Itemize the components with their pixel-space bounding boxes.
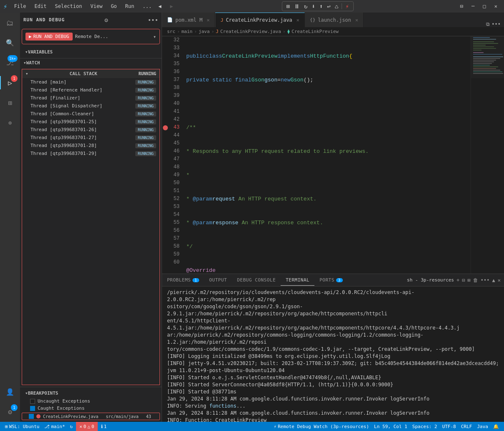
- panel-tab-debug-console[interactable]: DEBUG CONSOLE: [232, 275, 281, 285]
- breadcrumb-main[interactable]: main: [182, 29, 193, 34]
- call-stack-item[interactable]: Thread [qtp399683701-26] RUNNING: [22, 126, 160, 134]
- configure-debug-icon[interactable]: ⚙: [104, 17, 108, 23]
- terminal-layout-icon[interactable]: ⊞: [468, 277, 471, 283]
- call-stack-item[interactable]: Thread [qtp399683701-27] RUNNING: [22, 134, 160, 142]
- breadcrumb-file[interactable]: CreateLinkPreview.java: [220, 29, 281, 34]
- file-menu[interactable]: File: [11, 3, 30, 10]
- file-breakpoint-item[interactable]: CreateLinkPreview.java src/main/java 43: [22, 413, 160, 420]
- pom-xml-close-icon[interactable]: ✕: [207, 17, 210, 23]
- debug-pause-icon[interactable]: ⏸: [292, 3, 301, 10]
- panel-tab-output[interactable]: OUTPUT: [204, 275, 232, 285]
- panel-tab-ports[interactable]: PORTS3: [314, 275, 348, 285]
- go-menu[interactable]: Go: [107, 3, 120, 10]
- call-stack-item[interactable]: Thread [Common-Cleaner] RUNNING: [22, 110, 160, 118]
- activity-explorer-icon[interactable]: 🗂: [0, 13, 20, 33]
- call-stack-item[interactable]: Thread [qtp399683701-25] RUNNING: [22, 118, 160, 126]
- call-stack-item[interactable]: Thread [Signal Dispatcher] RUNNING: [22, 102, 160, 110]
- tab-pom-xml[interactable]: 📄 pom.xml M ✕: [162, 13, 215, 27]
- more-terminal-actions-icon[interactable]: •••: [481, 277, 490, 283]
- breadcrumb-src[interactable]: src: [167, 29, 175, 34]
- activity-extensions-icon[interactable]: ⊞: [0, 93, 20, 113]
- code-content[interactable]: public class CreateLinkPreview implement…: [183, 36, 471, 274]
- status-language[interactable]: Java: [476, 424, 490, 429]
- status-bar: ⊞ WSL: Ubuntu ⎇ main* ↻ ✕ 0 △ 0 ℹ 1 ⚡ Re…: [0, 422, 504, 431]
- code-editor[interactable]: 32 33 34 35 36 37 38 39 40 41 42 43 44 4…: [162, 36, 504, 274]
- status-remote[interactable]: ⚡ Remote Debug Watch (3p-resources): [272, 424, 371, 429]
- close-icon[interactable]: ✕: [491, 3, 501, 9]
- selection-menu[interactable]: Selection: [51, 3, 85, 10]
- nav-forward-icon[interactable]: ▶: [170, 3, 178, 9]
- variables-header[interactable]: ▾ VARIABLES: [22, 48, 160, 56]
- tab-create-link-preview[interactable]: J CreateLinkPreview.java ✕: [215, 13, 305, 27]
- activity-remote-icon[interactable]: ⊕: [0, 113, 20, 133]
- layout-icon[interactable]: ⊟: [457, 3, 466, 9]
- java-file-close-icon[interactable]: ✕: [296, 17, 299, 23]
- debug-toolbar: ⊞ ⏸ ↻ ⬇ ⬆ ↩ ♺ ⚡: [282, 1, 354, 11]
- caught-exceptions-item[interactable]: Caught Exceptions: [22, 405, 160, 412]
- status-spaces[interactable]: Spaces: 2: [410, 424, 439, 429]
- uncaught-exceptions-item[interactable]: Uncaught Exceptions: [22, 398, 160, 405]
- more-debug-actions-icon[interactable]: •••: [148, 17, 158, 23]
- panel-tab-terminal[interactable]: TERMINAL: [281, 275, 314, 286]
- call-stack-item[interactable]: Thread [main] RUNNING: [22, 78, 160, 86]
- activity-settings-icon[interactable]: ⚙ 1: [0, 402, 20, 422]
- minimize-icon[interactable]: ─: [468, 3, 478, 9]
- more-editor-actions-icon[interactable]: •••: [491, 21, 501, 27]
- panel-tab-problems[interactable]: PROBLEMS1: [162, 275, 204, 285]
- new-terminal-icon[interactable]: +: [456, 277, 459, 283]
- breadcrumb-sep-3: ›: [211, 29, 214, 34]
- terminal-content[interactable]: /pierrick/.m2/repository/io/cloudevents/…: [162, 286, 504, 422]
- info-count: 1: [104, 424, 107, 429]
- split-terminal-icon[interactable]: ⊟: [462, 277, 465, 283]
- maximize-icon[interactable]: □: [480, 3, 489, 9]
- caught-exceptions-checkbox[interactable]: [30, 406, 35, 411]
- activity-git-icon[interactable]: ⎇ 1k+: [0, 53, 20, 73]
- run-menu[interactable]: Run: [122, 3, 138, 10]
- breakpoint-dot-icon: [36, 414, 41, 418]
- status-line-ending[interactable]: CRLF: [459, 424, 474, 429]
- status-git-branch[interactable]: ⎇ main*: [43, 424, 66, 429]
- launch-json-close-icon[interactable]: ✕: [355, 17, 358, 23]
- file-breakpoint-checkbox[interactable]: [29, 414, 34, 419]
- view-menu[interactable]: View: [87, 3, 106, 10]
- more-menus[interactable]: ...: [139, 3, 155, 10]
- activity-search-icon[interactable]: 🔍: [0, 33, 20, 53]
- breadcrumb-class[interactable]: CreateLinkPreview: [291, 29, 339, 34]
- debug-step-back-icon[interactable]: ↩: [325, 3, 332, 10]
- call-stack-item[interactable]: Thread [Finalizer] RUNNING: [22, 94, 160, 102]
- nav-back-icon[interactable]: ◀: [158, 3, 167, 9]
- debug-step-out-icon[interactable]: ⬆: [318, 3, 324, 10]
- status-info[interactable]: ℹ 1: [99, 424, 109, 429]
- tab-launch-json[interactable]: {} launch.json ✕: [305, 13, 364, 27]
- activity-debug-icon[interactable]: ▷ 1: [0, 73, 20, 93]
- status-location[interactable]: Ln 59, Col 1: [372, 424, 409, 429]
- watch-header[interactable]: ▾ WATCH: [23, 60, 158, 66]
- split-editor-icon[interactable]: ⧉: [486, 21, 490, 27]
- maximize-panel-icon[interactable]: ▲: [492, 277, 495, 283]
- status-wsl[interactable]: ⊞ WSL: Ubuntu: [3, 424, 41, 429]
- status-encoding[interactable]: UTF-8: [441, 424, 458, 429]
- call-stack-item[interactable]: Thread [qtp399683701-29] RUNNING: [22, 150, 160, 157]
- debug-stop-icon[interactable]: ⚡: [344, 3, 350, 10]
- git-branch-label: main*: [51, 424, 65, 429]
- run-debug-button[interactable]: ▶ RUN AND DEBUG: [25, 33, 73, 41]
- kill-terminal-icon[interactable]: 🗑: [473, 277, 478, 283]
- call-stack-item[interactable]: Thread [Reference Handler] RUNNING: [22, 86, 160, 94]
- call-stack-header[interactable]: ▾ CALL STACK Running: [22, 69, 160, 78]
- activity-accounts-icon[interactable]: 👤: [0, 382, 20, 402]
- edit-menu[interactable]: Edit: [31, 3, 50, 10]
- debug-step-into-icon[interactable]: ⬇: [310, 3, 317, 10]
- terminal-name-label: sh - 3p-resources: [407, 277, 454, 283]
- run-config-dropdown-icon[interactable]: ▾: [153, 34, 156, 40]
- close-panel-icon[interactable]: ✕: [498, 277, 501, 283]
- call-stack-item[interactable]: Thread [qtp399683701-28] RUNNING: [22, 142, 160, 150]
- debug-continue-icon[interactable]: ♺: [333, 3, 340, 10]
- debug-restart-icon[interactable]: ↻: [302, 3, 309, 10]
- debug-layout-icon[interactable]: ⊞: [285, 3, 291, 10]
- status-sync[interactable]: ↻: [68, 424, 75, 429]
- breakpoints-header[interactable]: ▾ BREAKPOINTS: [22, 389, 160, 398]
- status-errors[interactable]: ✕ 0 △ 0: [76, 422, 98, 431]
- uncaught-exceptions-checkbox[interactable]: [30, 399, 35, 404]
- breadcrumb-java[interactable]: java: [199, 29, 210, 34]
- status-notifications[interactable]: 🔔: [491, 424, 501, 429]
